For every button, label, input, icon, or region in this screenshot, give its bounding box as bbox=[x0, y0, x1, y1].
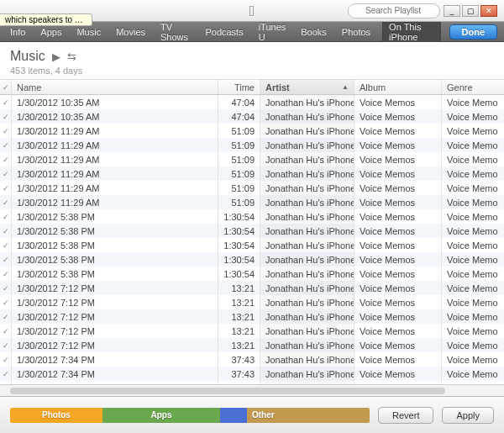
revert-button[interactable]: Revert bbox=[378, 407, 433, 424]
tab-podcasts[interactable]: Podcasts bbox=[202, 25, 246, 39]
table-row[interactable]: ✓1/30/2012 7:12 PM13:21Jonathan Hu's iPh… bbox=[0, 338, 504, 352]
row-check[interactable]: ✓ bbox=[0, 324, 12, 338]
row-check[interactable]: ✓ bbox=[0, 166, 12, 181]
tab-photos[interactable]: Photos bbox=[339, 25, 374, 39]
row-check[interactable]: ✓ bbox=[0, 95, 12, 109]
row-check[interactable]: ✓ bbox=[0, 238, 12, 252]
cell-name: 1/30/2012 7:12 PM bbox=[12, 281, 218, 295]
tab-books[interactable]: Books bbox=[297, 25, 330, 39]
table-row[interactable]: ✓1/30/2012 7:12 PM13:21Jonathan Hu's iPh… bbox=[0, 324, 504, 338]
row-check[interactable]: ✓ bbox=[0, 281, 12, 295]
storage-seg-photos[interactable]: Photos bbox=[10, 408, 102, 423]
table-row[interactable]: ✓1/30/2012 11:29 AM51:09Jonathan Hu's iP… bbox=[0, 181, 504, 195]
table-row[interactable]: ✓1/30/2012 11:29 AM51:09Jonathan Hu's iP… bbox=[0, 152, 504, 166]
cell-artist: Jonathan Hu's iPhone bbox=[260, 209, 354, 224]
row-check[interactable]: ✓ bbox=[0, 209, 12, 224]
row-check[interactable]: ✓ bbox=[0, 152, 12, 166]
check-icon: ✓ bbox=[3, 227, 9, 235]
col-album[interactable]: Album bbox=[354, 80, 442, 94]
cell-genre: Voice Memo bbox=[442, 124, 504, 138]
cell-artist: Jonathan Hu's iPhone bbox=[260, 338, 354, 352]
scrollbar-thumb[interactable] bbox=[10, 388, 445, 394]
row-check[interactable]: ✓ bbox=[0, 267, 12, 281]
horizontal-scrollbar[interactable] bbox=[0, 384, 504, 396]
row-check[interactable]: ✓ bbox=[0, 252, 12, 267]
tab-apps[interactable]: Apps bbox=[37, 25, 65, 39]
minimize-button[interactable]: _ bbox=[444, 5, 460, 17]
table-row[interactable]: ✓1/30/2012 7:12 PM13:21Jonathan Hu's iPh… bbox=[0, 309, 504, 324]
row-check[interactable]: ✓ bbox=[0, 181, 12, 195]
col-check[interactable]: ✓ bbox=[0, 80, 12, 94]
table-row[interactable]: ✓1/30/2012 11:29 AM51:09Jonathan Hu's iP… bbox=[0, 138, 504, 152]
cell-genre: Voice Memo bbox=[442, 109, 504, 124]
play-icon[interactable]: ▶ bbox=[52, 50, 60, 63]
storage-seg-misc[interactable] bbox=[220, 408, 247, 423]
tab-on-this-iphone[interactable]: On This iPhone bbox=[382, 20, 440, 44]
row-check[interactable]: ✓ bbox=[0, 109, 12, 124]
shuffle-icon[interactable]: ⇆ bbox=[67, 50, 76, 63]
col-name[interactable]: Name bbox=[12, 80, 218, 94]
table-row[interactable]: ✓1/30/2012 7:34 PM37:43Jonathan Hu's iPh… bbox=[0, 352, 504, 367]
table-row[interactable]: ✓1/30/2012 11:29 AM51:09Jonathan Hu's iP… bbox=[0, 166, 504, 181]
table-row[interactable]: ✓1/30/2012 11:29 AM51:09Jonathan Hu's iP… bbox=[0, 195, 504, 209]
cell-name: 1/30/2012 11:29 AM bbox=[12, 138, 218, 152]
cell-album: Voice Memos bbox=[354, 209, 442, 224]
table-row[interactable]: ✓1/30/2012 10:35 AM47:04Jonathan Hu's iP… bbox=[0, 95, 504, 109]
table-row[interactable]: ✓1/30/2012 7:12 PM13:21Jonathan Hu's iPh… bbox=[0, 281, 504, 295]
table-row[interactable]: ✓1/30/2012 7:34 PM37:43Jonathan Hu's iPh… bbox=[0, 381, 504, 384]
table-row[interactable]: ✓1/30/2012 5:38 PM1:30:54Jonathan Hu's i… bbox=[0, 209, 504, 224]
row-check[interactable]: ✓ bbox=[0, 195, 12, 209]
table-row[interactable]: ✓1/30/2012 11:29 AM51:09Jonathan Hu's iP… bbox=[0, 124, 504, 138]
cell-name: 1/30/2012 7:34 PM bbox=[12, 381, 218, 384]
cell-name: 1/30/2012 7:12 PM bbox=[12, 338, 218, 352]
cell-artist: Jonathan Hu's iPhone bbox=[260, 109, 354, 124]
search-input[interactable] bbox=[348, 3, 440, 18]
table-row[interactable]: ✓1/30/2012 5:38 PM1:30:54Jonathan Hu's i… bbox=[0, 267, 504, 281]
table-body[interactable]: ✓1/30/2012 10:35 AM47:04Jonathan Hu's iP… bbox=[0, 95, 504, 384]
row-check[interactable]: ✓ bbox=[0, 309, 12, 324]
check-icon: ✓ bbox=[3, 298, 9, 307]
cell-genre: Voice Memo bbox=[442, 252, 504, 267]
row-check[interactable]: ✓ bbox=[0, 224, 12, 238]
done-button[interactable]: Done bbox=[449, 24, 498, 40]
tab-itunesu[interactable]: iTunes U bbox=[255, 20, 290, 44]
table-row[interactable]: ✓1/30/2012 7:12 PM13:21Jonathan Hu's iPh… bbox=[0, 295, 504, 309]
check-icon: ✓ bbox=[3, 198, 9, 207]
row-check[interactable]: ✓ bbox=[0, 138, 12, 152]
col-artist[interactable]: Artist▲ bbox=[260, 80, 354, 94]
tab-tvshows[interactable]: TV Shows bbox=[157, 20, 193, 44]
table-row[interactable]: ✓1/30/2012 10:35 AM47:04Jonathan Hu's iP… bbox=[0, 109, 504, 124]
playlist-title: Music bbox=[10, 49, 45, 64]
cell-name: 1/30/2012 10:35 AM bbox=[12, 109, 218, 124]
check-icon: ✓ bbox=[3, 356, 9, 364]
tab-music[interactable]: Music bbox=[73, 25, 104, 39]
cell-time: 47:04 bbox=[218, 109, 260, 124]
cell-time: 37:43 bbox=[218, 352, 260, 367]
storage-seg-apps[interactable]: Apps bbox=[102, 408, 220, 423]
cell-time: 51:09 bbox=[218, 152, 260, 166]
cell-name: 1/30/2012 11:29 AM bbox=[12, 152, 218, 166]
apply-button[interactable]: Apply bbox=[442, 407, 494, 424]
table-row[interactable]: ✓1/30/2012 5:38 PM1:30:54Jonathan Hu's i… bbox=[0, 224, 504, 238]
col-genre[interactable]: Genre bbox=[442, 80, 504, 94]
row-check[interactable]: ✓ bbox=[0, 295, 12, 309]
table-row[interactable]: ✓1/30/2012 7:34 PM37:43Jonathan Hu's iPh… bbox=[0, 367, 504, 381]
row-check[interactable]: ✓ bbox=[0, 124, 12, 138]
tab-movies[interactable]: Movies bbox=[113, 25, 149, 39]
row-check[interactable]: ✓ bbox=[0, 352, 12, 367]
table-row[interactable]: ✓1/30/2012 5:38 PM1:30:54Jonathan Hu's i… bbox=[0, 252, 504, 267]
cell-name: 1/30/2012 5:38 PM bbox=[12, 209, 218, 224]
close-button[interactable]: ✕ bbox=[480, 5, 497, 17]
row-check[interactable]: ✓ bbox=[0, 367, 12, 381]
row-check[interactable]: ✓ bbox=[0, 338, 12, 352]
storage-seg-other[interactable]: Other bbox=[247, 408, 370, 423]
col-time[interactable]: Time bbox=[218, 80, 260, 94]
table-row[interactable]: ✓1/30/2012 5:38 PM1:30:54Jonathan Hu's i… bbox=[0, 238, 504, 252]
cell-name: 1/30/2012 7:12 PM bbox=[12, 309, 218, 324]
cell-artist: Jonathan Hu's iPhone bbox=[260, 367, 354, 381]
cell-time: 13:21 bbox=[218, 281, 260, 295]
tab-info[interactable]: Info bbox=[7, 25, 29, 39]
row-check[interactable]: ✓ bbox=[0, 381, 12, 384]
cell-artist: Jonathan Hu's iPhone bbox=[260, 281, 354, 295]
maximize-button[interactable]: ▢ bbox=[462, 5, 479, 17]
